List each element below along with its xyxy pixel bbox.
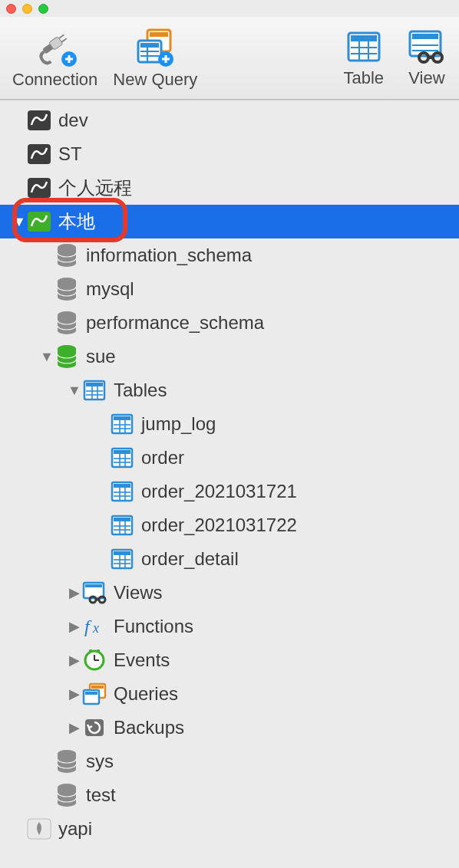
tree-row[interactable]: test xyxy=(0,778,459,812)
expand-toggle-closed[interactable]: ▶ xyxy=(68,719,81,736)
svg-rect-18 xyxy=(351,35,377,41)
tree-row[interactable]: information_schema xyxy=(0,238,459,272)
tree-row[interactable]: order_2021031721 xyxy=(0,475,459,508)
tree-item-label: Views xyxy=(114,582,163,603)
mysql-dark-icon xyxy=(26,141,52,167)
window-titlebar xyxy=(0,0,459,17)
svg-rect-10 xyxy=(140,43,159,48)
svg-rect-51 xyxy=(114,450,130,454)
plug-icon xyxy=(34,27,77,67)
new-query-button[interactable]: New Query xyxy=(108,27,202,90)
svg-point-76 xyxy=(90,597,96,603)
tree-row[interactable]: order xyxy=(0,441,459,475)
connection-tree[interactable]: devST个人远程▼本地 information_schema mysql pe… xyxy=(0,100,459,846)
table-blue-icon xyxy=(81,377,107,403)
tree-item-label: dev xyxy=(58,110,88,131)
expand-toggle-open[interactable]: ▼ xyxy=(12,214,26,230)
close-window-button[interactable] xyxy=(6,4,16,14)
expand-toggle-closed[interactable]: ▶ xyxy=(68,686,81,702)
db-gray-icon xyxy=(54,310,80,336)
toolbar-label: Table xyxy=(343,68,384,88)
tree-item-label: information_schema xyxy=(86,245,252,266)
svg-rect-87 xyxy=(91,686,104,689)
tree-item-label: 个人远程 xyxy=(58,176,132,200)
db-gray-icon xyxy=(54,782,80,808)
tree-item-label: jump_log xyxy=(141,413,216,435)
svg-line-3 xyxy=(61,38,67,42)
tree-row[interactable]: dev xyxy=(0,104,459,137)
expand-toggle-closed[interactable]: ▶ xyxy=(68,584,81,601)
table-button[interactable]: Table xyxy=(338,28,388,88)
expand-toggle-closed[interactable]: ▶ xyxy=(68,618,81,635)
tree-row[interactable]: jump_log xyxy=(0,407,459,441)
queries-icon xyxy=(81,681,107,707)
expand-toggle-open[interactable]: ▼ xyxy=(40,349,54,365)
tree-row[interactable]: ▼Tables xyxy=(0,373,459,407)
tree-row[interactable]: order_2021031722 xyxy=(0,508,459,542)
tree-item-label: Tables xyxy=(114,380,167,401)
backup-icon xyxy=(81,715,107,741)
tree-row[interactable]: mysql xyxy=(0,272,459,306)
minimize-window-button[interactable] xyxy=(22,4,32,14)
tree-item-label: Backups xyxy=(114,717,184,738)
toolbar-label: New Query xyxy=(113,70,197,90)
tree-row[interactable]: ▶Events xyxy=(0,643,459,677)
tree-item-label: 本地 xyxy=(58,209,95,234)
tree-row[interactable]: ▼本地 xyxy=(0,205,459,238)
tree-row[interactable]: yapi xyxy=(0,812,459,846)
expand-toggle-closed[interactable]: ▶ xyxy=(68,652,81,669)
tree-row[interactable]: 个人远程 xyxy=(0,171,459,205)
tree-row[interactable]: ▼ sue xyxy=(0,340,459,373)
tree-row[interactable]: ▶Queries xyxy=(0,677,459,711)
svg-rect-57 xyxy=(114,484,130,488)
tree-item-label: sue xyxy=(86,346,116,367)
connection-button[interactable]: Connection xyxy=(8,27,102,90)
svg-rect-75 xyxy=(85,584,102,587)
tree-item-label: test xyxy=(86,784,116,806)
svg-rect-6 xyxy=(68,55,70,63)
tree-item-label: mysql xyxy=(86,278,134,300)
svg-rect-8 xyxy=(150,32,168,37)
mysql-dark-icon xyxy=(26,107,52,133)
svg-rect-31 xyxy=(28,144,51,164)
view-button[interactable]: View xyxy=(402,28,451,88)
svg-rect-24 xyxy=(412,34,438,39)
tree-item-label: Queries xyxy=(114,683,178,705)
tree-row[interactable]: order_detail xyxy=(0,542,459,576)
mysql-green-icon xyxy=(26,209,52,235)
table-blue-icon xyxy=(109,512,135,538)
mysql-dark-icon xyxy=(26,175,52,201)
svg-rect-69 xyxy=(114,551,130,555)
tree-item-label: ST xyxy=(58,143,82,165)
db-gray-icon xyxy=(54,748,80,774)
zoom-window-button[interactable] xyxy=(38,4,48,14)
expand-toggle-open[interactable]: ▼ xyxy=(68,383,81,399)
svg-rect-30 xyxy=(28,110,51,130)
clock-icon xyxy=(81,647,107,673)
tree-row[interactable]: ST xyxy=(0,137,459,171)
tree-item-label: Functions xyxy=(114,616,193,637)
svg-rect-16 xyxy=(165,55,167,63)
tree-row[interactable]: ▶Views xyxy=(0,576,459,610)
tree-item-label: performance_schema xyxy=(86,312,264,334)
db-gray-icon xyxy=(54,242,80,268)
svg-rect-83 xyxy=(97,649,100,653)
table-blue-icon xyxy=(109,546,135,572)
toolbar-label: Connection xyxy=(12,70,97,90)
tree-row[interactable]: performance_schema xyxy=(0,306,459,340)
views-icon xyxy=(81,580,107,606)
toolbar-label: View xyxy=(408,68,444,88)
db-green-icon xyxy=(54,344,80,370)
svg-rect-32 xyxy=(28,178,51,198)
table-icon xyxy=(345,28,382,65)
svg-point-28 xyxy=(433,53,442,62)
svg-rect-89 xyxy=(85,692,97,695)
mongo-gray-icon xyxy=(26,816,52,842)
tree-row[interactable]: ▶fxFunctions xyxy=(0,610,459,643)
tree-row[interactable]: ▶Backups xyxy=(0,711,459,745)
query-icon xyxy=(134,27,177,67)
table-blue-icon xyxy=(109,478,135,505)
tree-row[interactable]: sys xyxy=(0,745,459,778)
tree-item-label: yapi xyxy=(58,818,92,840)
tree-item-label: order_2021031722 xyxy=(141,515,297,536)
